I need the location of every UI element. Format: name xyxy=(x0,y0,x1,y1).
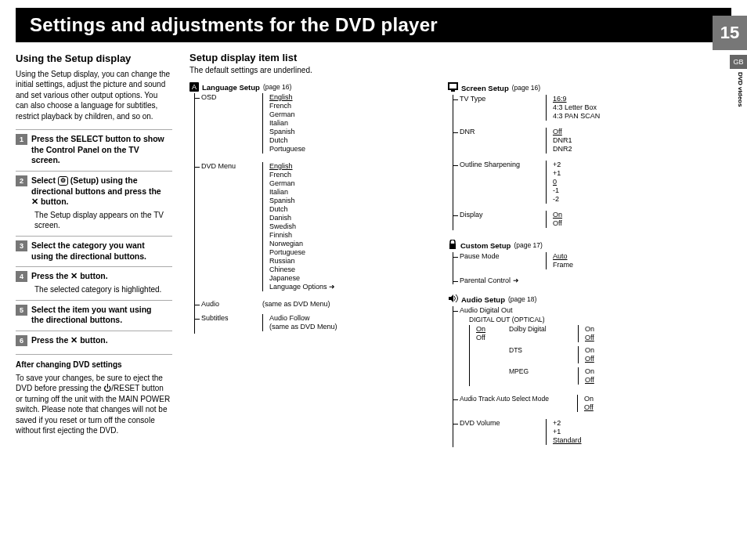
option-value: English xyxy=(269,162,432,171)
step-title: Select the category you want using the d… xyxy=(31,240,166,262)
page-title: Settings and adjustments for the DVD pla… xyxy=(30,14,438,36)
heading-item-list: Setup display item list xyxy=(189,52,731,63)
option-value: Norwegian xyxy=(269,240,432,248)
option-value: On xyxy=(585,346,594,355)
option-value: Off xyxy=(585,334,594,342)
dolby-label: Dolby Digital xyxy=(509,325,578,333)
dts-values: OnOff xyxy=(578,346,594,363)
audio-icon xyxy=(448,294,458,305)
option-value: Off xyxy=(553,219,691,228)
vol-values: +2+1Standard xyxy=(546,419,691,445)
option-value: On xyxy=(585,325,594,334)
step-number: 6 xyxy=(16,335,27,346)
option-value: On xyxy=(584,395,691,403)
dolby-values: OnOff xyxy=(578,325,594,342)
right-column: Setup display item list The default sett… xyxy=(189,52,731,447)
screen-setup-page: (page 16) xyxy=(512,84,540,92)
ado-label: Audio Digital Out xyxy=(453,306,546,314)
parental-label: Parental Control ➜ xyxy=(453,276,569,284)
vol-label: DVD Volume xyxy=(453,419,546,427)
option-value: -1 xyxy=(553,186,691,195)
option-value: Dutch xyxy=(269,136,432,145)
option-value: 16:9 xyxy=(553,95,691,103)
step-item: 4Press the ✕ button.The selected categor… xyxy=(16,266,172,295)
osd-values: EnglishFrenchGermanItalianSpanishDutchPo… xyxy=(262,93,432,154)
custom-setup-title: Custom Setup xyxy=(460,241,511,250)
language-setup-icon: A xyxy=(189,82,199,92)
step-number: 3 xyxy=(16,240,27,251)
svg-rect-3 xyxy=(449,244,456,249)
option-value: Chinese xyxy=(269,266,432,274)
after-paragraph: To save your changes, be sure to eject t… xyxy=(16,373,172,436)
option-value: On xyxy=(476,325,500,334)
page-number: 15 xyxy=(713,16,747,50)
option-value: Swedish xyxy=(269,222,432,231)
screen-setup-icon xyxy=(448,82,458,93)
left-column: Using the Setup display Using the Setup … xyxy=(16,52,172,447)
option-value: Portuguese xyxy=(269,248,432,257)
option-value: Language Options ➜ xyxy=(269,283,432,291)
tree-right: Screen Setup (page 16) TV Type16:94:3 Le… xyxy=(448,82,691,447)
svg-rect-1 xyxy=(449,84,456,89)
step-number: 5 xyxy=(16,305,27,316)
option-value: 4:3 Letter Box xyxy=(553,103,691,112)
dnr-values: OffDNR1DNR2 xyxy=(546,128,691,154)
dnr-label: DNR xyxy=(453,128,546,135)
digital-out-values: OnOff xyxy=(469,325,500,386)
pause-values: AutoFrame xyxy=(546,252,691,269)
audio-label: Audio xyxy=(195,300,262,308)
option-value: +2 xyxy=(553,161,691,169)
option-value: -2 xyxy=(553,195,691,204)
locale-tab: GB xyxy=(730,55,747,69)
display-values: OnOff xyxy=(546,211,691,228)
tree-language: A Language Setup (page 16) OSD EnglishFr… xyxy=(189,82,432,447)
audio-setup-title: Audio Setup xyxy=(461,295,505,304)
step-title: Press the SELECT button to show the Cont… xyxy=(31,134,166,166)
screen-setup-title: Screen Setup xyxy=(461,84,509,92)
section-side-label: DVD videos xyxy=(737,72,744,107)
track-values: OnOff xyxy=(577,395,691,412)
option-value: Italian xyxy=(269,188,432,197)
option-value: Danish xyxy=(269,214,432,222)
option-value: Finnish xyxy=(269,231,432,240)
option-value: Spanish xyxy=(269,197,432,205)
option-value: English xyxy=(269,93,432,102)
step-title: Press the ✕ button. xyxy=(31,271,166,282)
step-note: The Setup display appears on the TV scre… xyxy=(34,210,172,231)
option-value: Spanish xyxy=(269,128,432,136)
step-title: Select ⚙ (Setup) using the directional b… xyxy=(31,175,166,208)
option-value: Frame xyxy=(553,261,691,269)
track-label: Audio Track Auto Select Mode xyxy=(453,395,577,403)
step-title: Press the ✕ button. xyxy=(31,335,166,346)
step-item: 5Select the item you want using the dire… xyxy=(16,300,172,326)
audio-setup-page: (page 18) xyxy=(508,295,536,303)
option-value: German xyxy=(269,179,432,188)
option-value: Russian xyxy=(269,257,432,266)
step-number: 1 xyxy=(16,134,27,145)
option-value: +1 xyxy=(553,169,691,178)
mpeg-label: MPEG xyxy=(509,367,578,375)
svg-marker-4 xyxy=(449,294,453,302)
tvtype-label: TV Type xyxy=(453,95,546,103)
option-value: Off xyxy=(553,128,691,136)
step-item: 6Press the ✕ button. xyxy=(16,331,172,346)
option-value: Dutch xyxy=(269,205,432,214)
step-number: 2 xyxy=(16,175,27,186)
option-value: 4:3 PAN SCAN xyxy=(553,112,691,121)
digital-out-label: DIGITAL OUT (OPTICAL) xyxy=(469,316,691,323)
language-setup-page: (page 16) xyxy=(263,83,291,91)
option-value: French xyxy=(269,171,432,179)
audio-value: (same as DVD Menu) xyxy=(262,300,432,308)
step-title: Select the item you want using the direc… xyxy=(31,305,166,326)
option-value: Japanese xyxy=(269,274,432,283)
option-value: Off xyxy=(585,355,594,363)
option-value: 0 xyxy=(553,178,691,186)
setup-icon: ⚙ xyxy=(58,176,68,186)
defaults-note: The default settings are underlined. xyxy=(189,66,731,74)
option-value: French xyxy=(269,102,432,110)
tvtype-values: 16:94:3 Letter Box4:3 PAN SCAN xyxy=(546,95,691,121)
intro-paragraph: Using the Setup display, you can change … xyxy=(16,69,172,122)
pause-label: Pause Mode xyxy=(453,252,546,260)
subtitles-label: Subtitles xyxy=(195,314,262,322)
option-value: Italian xyxy=(269,119,432,128)
